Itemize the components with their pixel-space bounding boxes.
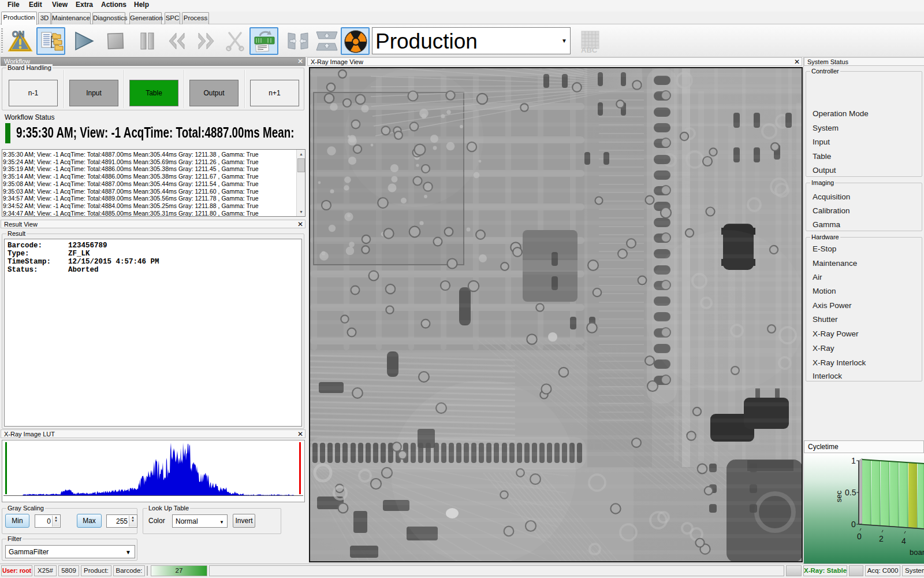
svg-text:0.5: 0.5 xyxy=(845,488,856,497)
svg-text:board: board xyxy=(910,548,924,557)
svg-text:1: 1 xyxy=(851,456,856,465)
svg-text:ON: ON xyxy=(12,29,24,39)
svg-text:4: 4 xyxy=(901,536,906,546)
svg-text:sec: sec xyxy=(834,490,843,502)
svg-text:2: 2 xyxy=(879,534,884,543)
svg-text:0: 0 xyxy=(851,520,856,529)
svg-text:ABC: ABC xyxy=(581,46,598,54)
svg-text:0: 0 xyxy=(857,532,862,541)
